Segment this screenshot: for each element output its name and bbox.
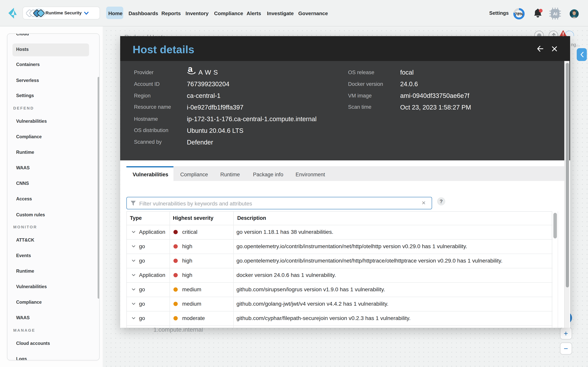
- svg-text:a: a: [188, 65, 193, 74]
- svg-text:78%: 78%: [515, 12, 523, 16]
- svg-text:AI: AI: [553, 11, 557, 16]
